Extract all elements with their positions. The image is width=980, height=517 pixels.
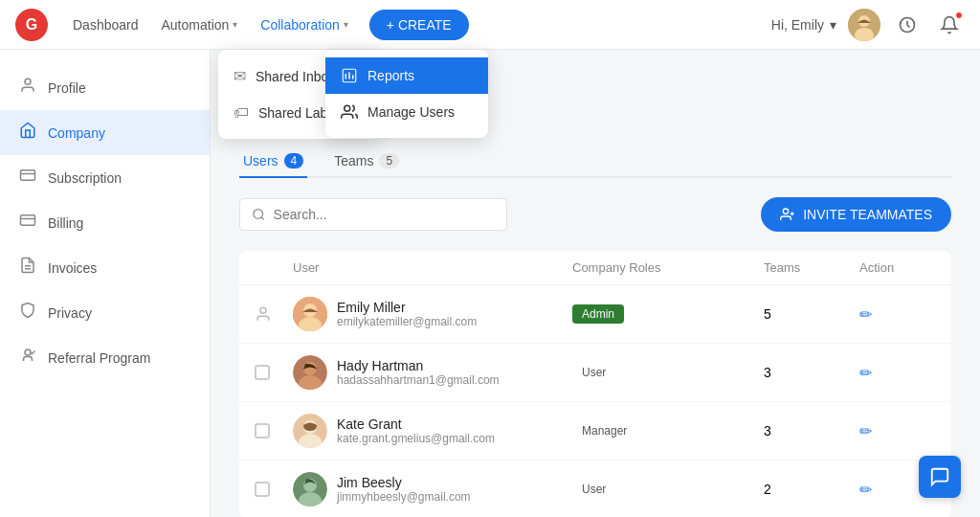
users-table: User Company Roles Teams Action [239,251,951,517]
edit-icon[interactable]: ✏ [859,482,872,498]
company-icon [19,122,36,144]
user-email: emilykatemiller@gmail.com [337,315,477,328]
col-roles: Company Roles [572,260,764,275]
user-cell: Jim Beesly jimmyhbeesly@gmail.com [293,472,572,506]
user-avatar-hady [293,355,327,390]
table-row: Emily Miller emilykatemiller@gmail.com A… [239,285,951,344]
svg-line-15 [261,217,264,220]
table-row: Hady Hartman hadassahhartman1@gmail.com … [239,344,951,402]
user-cell: Hady Hartman hadassahhartman1@gmail.com [293,355,572,390]
manage-users-label: Manage Users [368,104,455,120]
create-dropdown: Reports Manage Users [325,50,488,138]
sidebar-label-subscription: Subscription [48,170,122,186]
role-badge-admin: Admin [572,304,624,324]
nav-right: Hi, Emily ▾ [771,9,965,41]
user-avatar[interactable] [848,9,880,41]
app-logo[interactable]: G [15,9,48,41]
user-name: Hady Hartman [337,358,500,373]
sidebar-item-referral[interactable]: Referral Program [0,335,210,380]
user-chevron: ▾ [830,17,836,33]
role-badge: User [572,363,615,382]
tab-users-label: Users [243,153,278,169]
invite-teammates-button[interactable]: INVITE TEAMMATES [761,197,951,232]
tab-teams[interactable]: Teams 5 [330,146,403,178]
edit-icon[interactable]: ✏ [859,423,872,439]
edit-icon[interactable]: ✏ [859,306,872,323]
svg-point-14 [254,210,263,219]
sidebar-label-referral: Referral Program [48,350,150,366]
row-checkbox[interactable] [255,365,270,380]
sidebar-label-invoices: Invoices [48,260,97,276]
sidebar-item-company[interactable]: Company [0,110,210,155]
user-teams: 3 [764,365,859,380]
notification-badge [955,11,963,19]
nav-links: Dashboard Automation ▾ Collaboration ▾ [63,11,358,38]
row-checkbox[interactable] [255,482,270,497]
reports-icon [341,67,358,84]
user-cell: Kate Grant kate.grant.gmelius@gmail.com [293,414,572,448]
user-avatar-emily [293,297,327,331]
user-email: hadassahhartman1@gmail.com [337,373,500,387]
tab-users[interactable]: Users 4 [239,146,307,178]
chat-icon [929,466,950,487]
notification-icon-btn[interactable] [934,10,965,40]
edit-icon[interactable]: ✏ [859,365,872,381]
svg-point-16 [783,209,788,214]
user-teams: 2 [764,482,859,497]
create-manage-users-item[interactable]: Manage Users [325,94,488,130]
tab-users-count: 4 [284,153,304,169]
table-header: User Company Roles Teams Action [239,251,951,285]
sidebar-item-billing[interactable]: Billing [0,200,210,245]
sidebar-label-profile: Profile [48,80,86,96]
svg-point-5 [345,105,350,111]
main-layout: Profile Company Subscription [0,50,980,517]
svg-point-6 [25,79,31,84]
manage-users-icon [341,103,358,121]
user-cell: Emily Miller emilykatemiller@gmail.com [293,297,572,331]
user-email: jimmyhbeesly@gmail.com [337,490,471,504]
row-checkbox[interactable] [255,423,270,438]
billing-icon [19,212,36,234]
search-icon [252,207,266,222]
col-action: Action [859,260,936,275]
svg-rect-8 [21,215,35,226]
shared-labels-icon: 🏷 [234,104,249,122]
privacy-icon [19,302,36,324]
role-badge: User [572,480,615,499]
role-badge: Manager [572,421,636,440]
sidebar-item-privacy[interactable]: Privacy [0,290,210,335]
sidebar-item-profile[interactable]: Profile [0,65,210,110]
shared-inbox-label: Shared Inbox [256,69,335,84]
user-teams: 5 [764,306,859,322]
referral-icon [19,347,36,369]
collab-chevron: ▾ [344,19,348,30]
search-box[interactable] [239,198,507,231]
user-name: Jim Beesly [337,475,471,490]
tabs: Users 4 Teams 5 [239,146,951,178]
col-teams: Teams [764,260,859,275]
sidebar-item-subscription[interactable]: Subscription [0,155,210,200]
nav-dashboard[interactable]: Dashboard [63,11,148,38]
shared-inbox-icon: ✉ [234,67,246,85]
sidebar-label-privacy: Privacy [48,305,92,321]
user-avatar-kate [293,414,327,448]
search-input[interactable] [274,207,495,222]
sidebar-item-invoices[interactable]: Invoices [0,245,210,290]
clock-icon-btn[interactable] [892,10,923,40]
nav-collaboration[interactable]: Collaboration ▾ [251,11,358,38]
tab-teams-label: Teams [334,153,373,169]
user-role: User [572,363,764,382]
user-role: User [572,480,764,499]
create-reports-item[interactable]: Reports [325,57,488,94]
nav-automation[interactable]: Automation ▾ [152,11,248,38]
chat-bubble-button[interactable] [919,456,961,498]
create-button[interactable]: + CREATE [369,10,469,40]
sidebar-label-billing: Billing [48,215,83,231]
sidebar-label-company: Company [48,125,105,141]
profile-icon [19,77,36,99]
user-name: Emily Miller [337,300,477,315]
automation-chevron: ▾ [233,19,237,30]
tab-teams-count: 5 [379,153,399,169]
user-menu[interactable]: Hi, Emily ▾ [771,17,836,33]
table-row: Jim Beesly jimmyhbeesly@gmail.com User 2… [239,461,951,517]
